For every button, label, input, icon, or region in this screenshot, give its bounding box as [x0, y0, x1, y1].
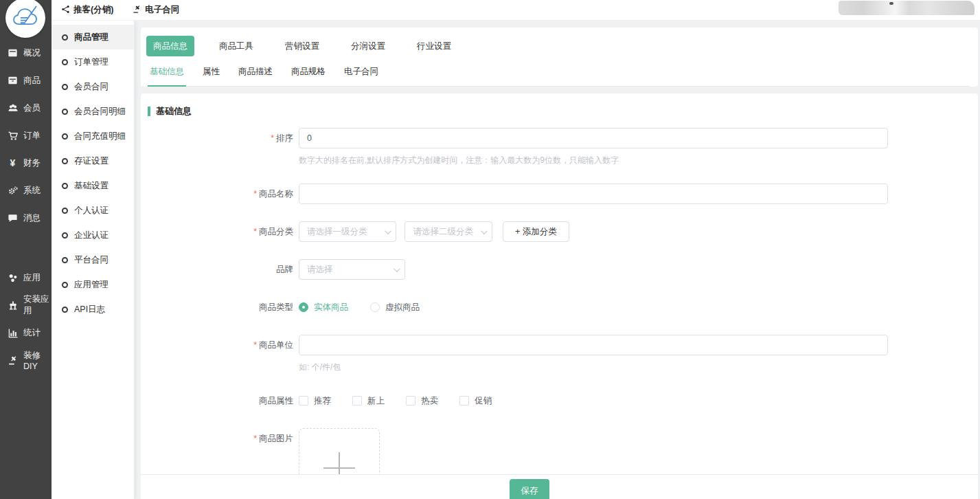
menu-item-api-log[interactable]: API日志 — [52, 297, 134, 322]
sort-help-text: 数字大的排名在前,默认排序方式为创建时间，注意：输入最大数为9位数，只能输入数字 — [299, 155, 978, 166]
circle-icon — [62, 208, 68, 214]
menu-item-basic-settings[interactable]: 基础设置 — [52, 173, 134, 198]
brand-select[interactable]: 请选择 — [299, 259, 405, 280]
sidebar-item-messages[interactable]: 消息 — [0, 204, 52, 232]
category-label: *商品分类 — [141, 221, 299, 242]
menu-item-member-contract-detail[interactable]: 会员合同明细 — [52, 99, 134, 124]
diy-tool-icon — [7, 355, 19, 366]
category-row: *商品分类 请选择一级分类 请选择二级分类 — [141, 221, 978, 242]
sort-input[interactable] — [299, 128, 888, 148]
tab-product-info[interactable]: 商品信息 — [146, 36, 194, 56]
sidebar-item-label: 财务 — [23, 157, 41, 169]
sidebar-item-products[interactable]: 商品 — [0, 67, 52, 94]
checkbox-icon — [352, 396, 362, 406]
menu-item-order-management[interactable]: 订单管理 — [52, 49, 134, 74]
circle-icon — [62, 307, 68, 313]
menu-item-label: 平台合同 — [74, 254, 109, 266]
tabs-panel: 商品信息 商品工具 营销设置 分润设置 行业设置 基础信息 属性 商品描述 商品… — [141, 27, 978, 87]
required-mark: * — [253, 189, 257, 199]
menu-item-label: 商品管理 — [74, 32, 109, 43]
add-category-button[interactable]: + 添加分类 — [503, 221, 569, 242]
required-mark: * — [253, 340, 257, 350]
sidebar-item-finance[interactable]: ¥ 财务 — [0, 149, 52, 177]
menu-item-enterprise-auth[interactable]: 企业认证 — [52, 223, 134, 247]
product-name-row: *商品名称 — [141, 184, 978, 204]
brand-row: 品牌 请选择 — [141, 259, 978, 280]
finance-yen-icon: ¥ — [7, 157, 19, 168]
category-level1-select[interactable]: 请选择一级分类 — [299, 221, 396, 242]
sidebar-item-install-apps[interactable]: 安装应用 — [0, 291, 52, 319]
checkbox-recommend[interactable]: 推荐 — [299, 395, 331, 407]
checkbox-icon — [299, 396, 308, 406]
sidebar-item-apps[interactable]: 应用 — [0, 264, 52, 291]
subtab-attributes[interactable]: 属性 — [203, 66, 220, 86]
circle-icon — [62, 183, 68, 189]
subtab-product-description[interactable]: 商品描述 — [238, 66, 273, 86]
sidebar-item-members[interactable]: 会员 — [0, 94, 52, 122]
menu-item-label: 基础设置 — [74, 180, 109, 192]
tab-industry-settings[interactable]: 行业设置 — [417, 36, 451, 56]
sidebar-item-overview[interactable]: 概况 — [0, 39, 52, 67]
radio-virtual-product[interactable]: 虚拟商品 — [370, 302, 420, 313]
sidebar-group-gap — [0, 232, 52, 264]
circle-icon — [62, 232, 68, 239]
tab-profit-settings[interactable]: 分润设置 — [351, 36, 385, 56]
app-logo[interactable] — [5, 0, 45, 38]
tab-marketing-settings[interactable]: 营销设置 — [285, 36, 319, 56]
sort-label: *排序 — [141, 128, 299, 166]
menu-item-label: 订单管理 — [74, 56, 109, 68]
product-name-input[interactable] — [299, 184, 888, 204]
menu-item-platform-contract[interactable]: 平台合同 — [52, 247, 134, 272]
sidebar-item-statistics[interactable]: 统计 — [0, 319, 52, 346]
subtab-basic-info[interactable]: 基础信息 — [150, 66, 184, 86]
orders-cart-icon — [7, 130, 19, 141]
topnav-tuike[interactable]: 推客(分销) — [61, 4, 113, 16]
menu-item-product-management[interactable]: 商品管理 — [52, 25, 134, 49]
menu-item-label: API日志 — [74, 304, 105, 315]
user-info-redacted[interactable] — [839, 1, 975, 15]
menu-item-evidence-settings[interactable]: 存证设置 — [52, 148, 134, 173]
menu-item-member-contract[interactable]: 会员合同 — [52, 74, 134, 99]
attrs-row: 商品属性 推荐 新上 — [141, 390, 978, 411]
redacted-mark — [889, 2, 893, 5]
secondary-sidebar: 商品管理 订单管理 会员合同 会员合同明细 合同充值明细 — [52, 21, 135, 499]
product-icon — [7, 75, 19, 86]
subtab-econtract[interactable]: 电子合同 — [344, 66, 378, 86]
checkbox-label: 促销 — [475, 395, 492, 407]
menu-item-personal-auth[interactable]: 个人认证 — [52, 198, 134, 223]
sidebar-item-label: 商品 — [23, 75, 41, 87]
product-type-label: 商品类型 — [141, 297, 299, 318]
install-app-icon — [7, 300, 19, 311]
tab-product-tools[interactable]: 商品工具 — [219, 36, 253, 56]
unit-input[interactable] — [299, 335, 888, 355]
members-icon — [7, 102, 19, 113]
menu-item-contract-recharge-detail[interactable]: 合同充值明细 — [52, 124, 134, 148]
sidebar-item-label: 统计 — [23, 327, 41, 339]
menu-item-label: 应用管理 — [74, 279, 109, 291]
product-type-radio-group: 实体商品 虚拟商品 — [299, 297, 978, 318]
menu-item-label: 企业认证 — [74, 230, 109, 241]
sidebar-item-diy[interactable]: 装修DIY — [0, 346, 52, 374]
save-button[interactable]: 保存 — [510, 479, 549, 499]
chevron-down-icon — [385, 228, 391, 234]
circle-icon — [62, 109, 68, 115]
checkbox-label: 推荐 — [314, 395, 331, 407]
sidebar-item-system[interactable]: 系统 — [0, 177, 52, 204]
subtab-product-spec[interactable]: 商品规格 — [291, 66, 326, 86]
circle-icon — [62, 158, 68, 164]
primary-nav: 概况 商品 会员 订单 ¥ 财务 — [0, 39, 52, 374]
topnav-label: 电子合同 — [145, 4, 179, 16]
checkbox-hot[interactable]: 热卖 — [406, 395, 438, 407]
checkbox-new[interactable]: 新上 — [352, 395, 385, 407]
menu-item-label: 合同充值明细 — [74, 131, 126, 142]
radio-physical-product[interactable]: 实体商品 — [299, 302, 348, 313]
circle-icon — [62, 133, 68, 140]
topnav-econtract[interactable]: 电子合同 — [133, 4, 179, 16]
checkbox-promotion[interactable]: 促销 — [459, 395, 492, 407]
unit-label: *商品单位 — [141, 335, 299, 373]
sidebar-item-orders[interactable]: 订单 — [0, 122, 52, 149]
main-tabs: 商品信息 商品工具 营销设置 分润设置 行业设置 — [146, 36, 970, 56]
category-level2-select[interactable]: 请选择二级分类 — [404, 221, 492, 242]
app-window: 概况 商品 会员 订单 ¥ 财务 — [0, 0, 980, 499]
menu-item-app-management[interactable]: 应用管理 — [52, 272, 134, 297]
